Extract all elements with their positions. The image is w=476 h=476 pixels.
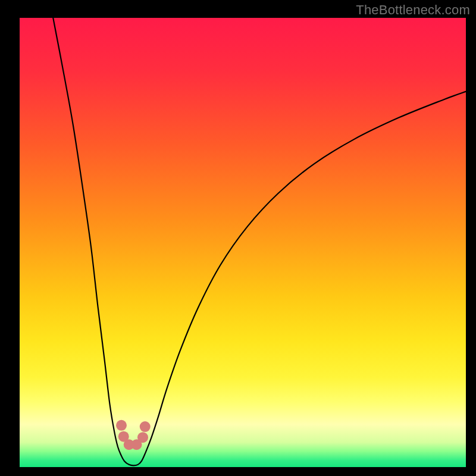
trough-marker [140,421,151,432]
chart-svg [20,18,466,467]
gradient-background [20,18,466,467]
outer-frame: TheBottleneck.com [0,0,476,476]
plot-area [20,18,466,467]
trough-marker [137,432,148,443]
watermark-text: TheBottleneck.com [356,2,470,18]
trough-marker [116,420,127,431]
